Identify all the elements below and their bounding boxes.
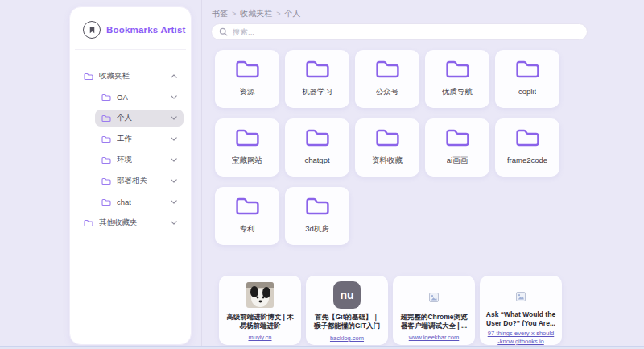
folder-icon (515, 59, 540, 83)
chevron-up-icon[interactable] (171, 74, 177, 78)
chevron-down-icon[interactable] (171, 200, 177, 204)
folder-icon (101, 135, 111, 143)
bookmark-link[interactable]: backlog.com (327, 334, 367, 342)
chevron-down-icon[interactable] (171, 158, 177, 162)
chevron-down-icon[interactable] (171, 116, 177, 120)
folder-card-label: coplit (518, 87, 536, 96)
folder-card[interactable]: 公众号 (355, 50, 419, 108)
folder-card-label: 资源 (240, 87, 255, 98)
folder-card-label: 公众号 (376, 87, 399, 98)
folder-card-label: frame2code (507, 156, 547, 164)
folder-card[interactable]: 资料收藏 (355, 118, 419, 177)
folder-icon (375, 127, 400, 152)
bookmark-link[interactable]: 97-things-every-x-should-know.gitbooks.i… (484, 330, 558, 345)
app-logo: Bookmarks Artist (70, 7, 191, 49)
breadcrumb: 书签 > 收藏夹栏 > 个人 (212, 8, 301, 19)
folder-card[interactable]: ai画画 (425, 118, 489, 177)
sidebar-item[interactable]: chat (95, 193, 184, 210)
sidebar-item-label: 收藏夹栏 (99, 71, 130, 81)
folder-icon (101, 177, 111, 185)
bookmark-title: 高级前端进阶博文 | 木易杨前端进阶 (223, 313, 297, 330)
bookmark-card[interactable]: 超完整的Chrome浏览器客户端调试大全 | ... www.igeekbar.… (393, 276, 475, 345)
window-bottom-edge (0, 346, 644, 349)
sidebar-item[interactable]: 个人 (95, 110, 184, 127)
folder-icon (84, 73, 93, 81)
folder-card[interactable]: 宝藏网站 (215, 118, 279, 177)
folder-card-label: 资料收藏 (372, 156, 402, 166)
bookmark-card-row: 高级前端进阶博文 | 木易杨前端进阶 muyiy.cn nu (219, 276, 562, 345)
sidebar-item[interactable]: 收藏夹栏 (77, 68, 184, 85)
sidebar-item-label: 环境 (117, 155, 132, 165)
bookmark-link[interactable]: muyiy.cn (245, 334, 275, 341)
folder-icon (235, 196, 260, 220)
search-input[interactable] (233, 27, 580, 36)
folder-icon (445, 59, 470, 83)
sidebar: Bookmarks Artist 收藏夹栏 OA 个人 (69, 6, 192, 345)
breadcrumb-item[interactable]: 书签 (212, 8, 228, 19)
folder-card[interactable]: 资源 (215, 50, 279, 108)
folder-card-label: 专利 (240, 224, 255, 235)
folder-icon (515, 127, 540, 152)
bookmark-thumbnail-logo: nu (333, 281, 361, 309)
bookmark-link[interactable]: www.igeekbar.com (406, 334, 463, 341)
sidebar-item-label: OA (117, 93, 128, 102)
folder-icon (101, 156, 111, 164)
folder-card[interactable]: 3d机房 (285, 187, 349, 245)
breadcrumb-item[interactable]: 个人 (285, 8, 301, 19)
bookmark-card[interactable]: nu 首先【Git的基础】｜猴子都能懂的GIT入门 |.. backlog.co… (306, 276, 388, 345)
sidebar-item[interactable]: OA (95, 89, 184, 106)
bookmark-title: Ask “What Would the User Do?” (You Are..… (484, 310, 558, 326)
sidebar-item-label: chat (117, 197, 131, 206)
folder-icon (305, 196, 330, 220)
chevron-down-icon[interactable] (171, 179, 177, 183)
breadcrumb-item[interactable]: 收藏夹栏 (240, 8, 272, 19)
folder-card-label: ai画画 (447, 156, 468, 166)
sidebar-item[interactable]: 其他收藏夹 (77, 214, 184, 231)
chevron-down-icon[interactable] (171, 95, 177, 99)
folder-card[interactable]: frame2code (495, 118, 559, 177)
folder-card[interactable]: 优质导航 (425, 50, 489, 108)
folder-icon (375, 59, 400, 83)
broken-image-icon (429, 291, 439, 301)
folder-icon (101, 198, 111, 206)
folder-icon (101, 93, 111, 102)
folder-card-label: 机器学习 (302, 87, 332, 98)
folder-card[interactable]: 机器学习 (285, 50, 349, 108)
breadcrumb-separator: > (276, 10, 280, 18)
folder-card[interactable]: coplit (495, 50, 559, 108)
folder-card-label: 优质导航 (442, 87, 473, 98)
sidebar-item[interactable]: 部署相关 (95, 172, 184, 189)
folder-card[interactable]: 专利 (215, 187, 279, 245)
folder-grid: 资源 机器学习 公众号 优质导航 coplit (215, 50, 561, 245)
chevron-down-icon[interactable] (171, 137, 177, 141)
folder-icon (84, 219, 93, 227)
folder-card-label: chatgpt (304, 156, 329, 164)
sidebar-nav: 收藏夹栏 OA 个人 工作 (70, 50, 191, 231)
sidebar-item[interactable]: 工作 (95, 131, 184, 147)
sidebar-item-label: 个人 (117, 113, 132, 123)
chevron-down-icon[interactable] (171, 221, 177, 225)
bookmark-card[interactable]: 高级前端进阶博文 | 木易杨前端进阶 muyiy.cn (219, 276, 301, 345)
app-title: Bookmarks Artist (106, 25, 186, 35)
sidebar-item-label: 部署相关 (117, 176, 147, 186)
breadcrumb-separator: > (232, 10, 236, 18)
folder-card-label: 宝藏网站 (232, 156, 262, 166)
sidebar-item-label: 其他收藏夹 (99, 218, 138, 228)
folder-icon (101, 114, 111, 123)
bookmark-logo-icon (83, 21, 101, 39)
folder-card-label: 3d机房 (305, 224, 329, 235)
search-bar (211, 23, 588, 40)
bookmark-thumbnail-photo (246, 282, 274, 308)
broken-image-icon (516, 290, 526, 300)
folder-icon (305, 127, 330, 152)
bookmark-title: 首先【Git的基础】｜猴子都能懂的GIT入门 |.. (310, 313, 384, 331)
bookmark-card[interactable]: Ask “What Would the User Do?” (You Are..… (480, 276, 562, 345)
folder-icon (235, 127, 260, 152)
search-icon (219, 27, 228, 36)
folder-card[interactable]: chatgpt (285, 118, 349, 177)
folder-icon (305, 59, 330, 83)
content-divider-line (201, 0, 202, 349)
folder-icon (235, 59, 260, 83)
bookmark-title: 超完整的Chrome浏览器客户端调试大全 | ... (397, 313, 471, 330)
sidebar-item[interactable]: 环境 (95, 152, 184, 168)
